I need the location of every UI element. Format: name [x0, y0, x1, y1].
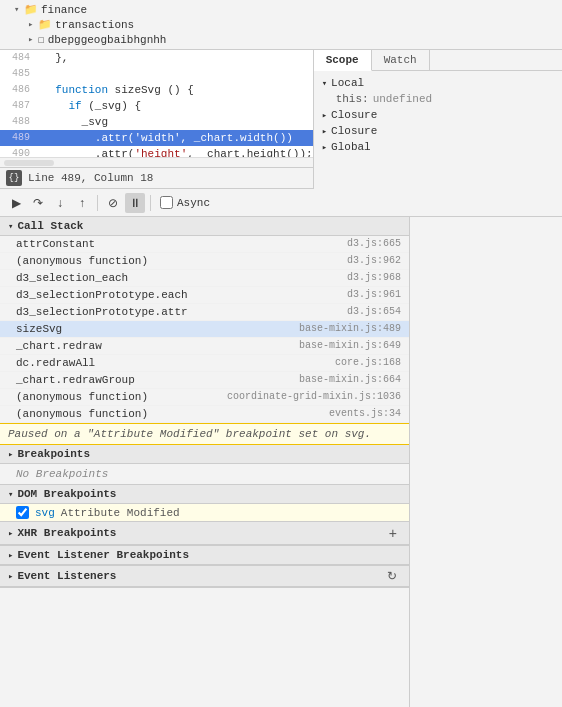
breakpoints-arrow: ▸	[8, 449, 13, 460]
scope-tabs: Scope Watch	[314, 50, 562, 71]
breakpoints-label: Breakpoints	[17, 448, 90, 460]
cs-item-name: sizeSvg	[16, 323, 62, 335]
line-number-486: 486	[0, 82, 38, 98]
tab-watch[interactable]: Watch	[372, 50, 430, 70]
dom-bp-label: DOM Breakpoints	[17, 488, 116, 500]
dom-bp-svg-name: svg	[35, 507, 55, 519]
scope-closure-1-arrow: ▸	[322, 110, 327, 121]
main-area: 484 },485486 function sizeSvg () {487 if…	[0, 50, 562, 189]
scope-this-val: undefined	[373, 93, 432, 105]
event-listeners-section: ▸ Event Listeners ↻	[0, 566, 409, 588]
code-line-484[interactable]: 484 },	[0, 50, 313, 66]
call-stack-item[interactable]: dc.redrawAllcore.js:168	[0, 355, 409, 372]
code-line-489[interactable]: 489 .attr('width', _chart.width())	[0, 130, 313, 146]
cs-item-location: d3.js:961	[347, 289, 401, 301]
async-label[interactable]: Async	[160, 196, 210, 209]
right-bottom-placeholder	[410, 217, 562, 707]
dom-bp-arrow: ▾	[8, 489, 13, 500]
status-icon: {}	[6, 170, 22, 186]
call-stack-item[interactable]: (anonymous function)events.js:34	[0, 406, 409, 423]
folder-icon-transactions: 📁	[38, 18, 52, 31]
pause-exceptions-button[interactable]: ⏸	[125, 193, 145, 213]
deactivate-button[interactable]: ⊘	[103, 193, 123, 213]
cs-item-name: (anonymous function)	[16, 255, 148, 267]
callstack-label: Call Stack	[17, 220, 83, 232]
line-content-487: if (_svg) {	[38, 98, 141, 114]
breakpoints-header[interactable]: ▸ Breakpoints	[0, 445, 409, 464]
event-listeners-refresh-button[interactable]: ↻	[383, 569, 401, 583]
cs-item-location: d3.js:654	[347, 306, 401, 318]
async-text: Async	[177, 197, 210, 209]
call-stack-item[interactable]: _chart.redrawbase-mixin.js:649	[0, 338, 409, 355]
event-listeners-header[interactable]: ▸ Event Listeners ↻	[0, 566, 409, 587]
line-content-489: .attr('width', _chart.width())	[38, 130, 293, 146]
call-stack-item[interactable]: _chart.redrawGroupbase-mixin.js:664	[0, 372, 409, 389]
scope-this-key: this:	[336, 93, 369, 105]
line-content-484: },	[38, 50, 68, 66]
tree-item-transactions[interactable]: ▸ 📁 transactions	[0, 17, 562, 32]
async-checkbox[interactable]	[160, 196, 173, 209]
event-listener-bp-header[interactable]: ▸ Event Listener Breakpoints	[0, 546, 409, 565]
call-stack-item[interactable]: sizeSvgbase-mixin.js:489	[0, 321, 409, 338]
line-number-490: 490	[0, 146, 38, 157]
cs-item-location: d3.js:968	[347, 272, 401, 284]
tree-item-finance[interactable]: ▾ 📁 finance	[0, 2, 562, 17]
dom-bp-svg-checkbox[interactable]	[16, 506, 29, 519]
code-line-487[interactable]: 487 if (_svg) {	[0, 98, 313, 114]
cs-item-name: (anonymous function)	[16, 408, 148, 420]
scope-global[interactable]: ▸ Global	[314, 139, 562, 155]
horizontal-scrollbar[interactable]	[0, 157, 313, 167]
tree-label-transactions: transactions	[55, 19, 134, 31]
cs-item-location: base-mixin.js:649	[299, 340, 401, 352]
scope-closure-2-label: Closure	[331, 125, 377, 137]
scope-global-label: Global	[331, 141, 371, 153]
xhr-header[interactable]: ▸ XHR Breakpoints +	[0, 522, 409, 545]
tree-label-finance: finance	[41, 4, 87, 16]
code-lines: 484 },485486 function sizeSvg () {487 if…	[0, 50, 313, 157]
dom-bp-svg[interactable]: svg Attribute Modified	[0, 504, 409, 521]
code-line-485[interactable]: 485	[0, 66, 313, 82]
event-listener-bp-label: Event Listener Breakpoints	[17, 549, 189, 561]
dom-breakpoints-section: ▾ DOM Breakpoints svg Attribute Modified	[0, 485, 409, 522]
code-line-490[interactable]: 490 .attr('height', _chart.height());	[0, 146, 313, 157]
tree-item-dbep[interactable]: ▸ ◻ dbepggeogbaibhgnhh	[0, 32, 562, 47]
step-over-button[interactable]: ↷	[28, 193, 48, 213]
resume-button[interactable]: ▶	[6, 193, 26, 213]
step-into-button[interactable]: ↓	[50, 193, 70, 213]
line-content-486: function sizeSvg () {	[38, 82, 194, 98]
scope-closure-1[interactable]: ▸ Closure	[314, 107, 562, 123]
tab-scope[interactable]: Scope	[314, 50, 372, 71]
call-stack-item[interactable]: d3_selection_eachd3.js:968	[0, 270, 409, 287]
call-stack-item[interactable]: d3_selectionPrototype.eachd3.js:961	[0, 287, 409, 304]
toolbar: ▶ ↷ ↓ ↑ ⊘ ⏸ Async	[0, 189, 562, 217]
toolbar-divider-1	[97, 195, 98, 211]
cs-item-location: events.js:34	[329, 408, 401, 420]
folder-icon-finance: 📁	[24, 3, 38, 16]
dom-breakpoints-header[interactable]: ▾ DOM Breakpoints	[0, 485, 409, 504]
cs-item-name: (anonymous function)	[16, 391, 148, 403]
cs-item-location: d3.js:962	[347, 255, 401, 267]
code-line-488[interactable]: 488 _svg	[0, 114, 313, 130]
scope-closure-2[interactable]: ▸ Closure	[314, 123, 562, 139]
line-content-490: .attr('height', _chart.height());	[38, 146, 313, 157]
code-line-486[interactable]: 486 function sizeSvg () {	[0, 82, 313, 98]
event-listeners-label: Event Listeners	[17, 570, 116, 582]
xhr-add-button[interactable]: +	[385, 525, 401, 541]
cs-item-name: d3_selectionPrototype.attr	[16, 306, 188, 318]
call-stack-item[interactable]: (anonymous function)d3.js:962	[0, 253, 409, 270]
file-icon-dbep: ◻	[38, 33, 45, 46]
call-stack-item[interactable]: d3_selectionPrototype.attrd3.js:654	[0, 304, 409, 321]
tree-arrow-dbep: ▸	[28, 34, 38, 45]
call-stack-item[interactable]: attrConstantd3.js:665	[0, 236, 409, 253]
scope-closure-2-arrow: ▸	[322, 126, 327, 137]
callstack-header[interactable]: ▾ Call Stack	[0, 217, 409, 236]
scope-local[interactable]: ▾ Local	[314, 75, 562, 91]
cs-item-location: d3.js:665	[347, 238, 401, 250]
left-panel: ▾ Call Stack attrConstantd3.js:665(anony…	[0, 217, 410, 707]
line-number-485: 485	[0, 66, 38, 82]
status-bar: {} Line 489, Column 18	[0, 167, 313, 189]
call-stack-item[interactable]: (anonymous function)coordinate-grid-mixi…	[0, 389, 409, 406]
right-panel: Scope Watch ▾ Local this: undefined ▸ Cl…	[314, 50, 562, 189]
step-out-button[interactable]: ↑	[72, 193, 92, 213]
code-editor: 484 },485486 function sizeSvg () {487 if…	[0, 50, 314, 189]
